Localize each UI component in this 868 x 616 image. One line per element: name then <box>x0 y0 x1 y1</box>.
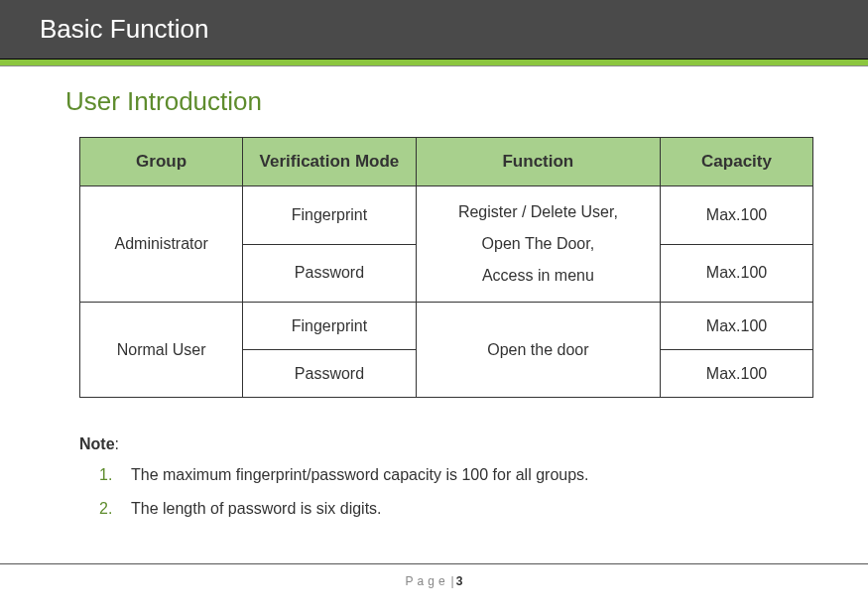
cell-admin-v1: Fingerprint <box>243 186 416 245</box>
note-item: The length of password is six digits. <box>121 497 808 521</box>
page-header: Basic Function <box>0 0 868 59</box>
table-row: Normal User Fingerprint Open the door Ma… <box>80 303 813 350</box>
th-group: Group <box>80 138 243 186</box>
cell-admin-func: Register / Delete User,Open The Door,Acc… <box>416 186 660 303</box>
section-title: User Introduction <box>60 86 808 117</box>
cell-normal-v1: Fingerprint <box>243 303 416 350</box>
page-title: Basic Function <box>40 14 209 44</box>
table-row: Administrator Fingerprint Register / Del… <box>80 186 813 245</box>
th-function: Function <box>416 138 660 186</box>
cell-normal-v2: Password <box>243 350 416 398</box>
content-area: User Introduction Group Verification Mod… <box>0 66 868 521</box>
cell-normal-func: Open the door <box>416 303 660 398</box>
note-colon: : <box>115 435 119 452</box>
page-footer: Page|3 <box>0 563 868 588</box>
note-label: Note <box>79 435 115 452</box>
cell-admin-cap2: Max.100 <box>661 244 813 303</box>
accent-strip <box>0 59 868 66</box>
footer-page-word: Page <box>406 574 449 588</box>
notes-list: The maximum fingerprint/password capacit… <box>79 463 808 521</box>
cell-normal-cap1: Max.100 <box>661 303 813 350</box>
table-header-row: Group Verification Mode Function Capacit… <box>80 138 813 186</box>
cell-admin-group: Administrator <box>80 186 243 303</box>
footer-separator: | <box>451 574 454 588</box>
footer-page-num: 3 <box>456 574 463 588</box>
user-intro-table: Group Verification Mode Function Capacit… <box>79 137 813 398</box>
th-verification: Verification Mode <box>243 138 416 186</box>
cell-admin-cap1: Max.100 <box>661 186 813 245</box>
cell-admin-v2: Password <box>243 244 416 303</box>
cell-normal-group: Normal User <box>80 303 243 398</box>
cell-normal-cap2: Max.100 <box>661 350 813 398</box>
note-block: Note: The maximum fingerprint/password c… <box>79 435 808 521</box>
th-capacity: Capacity <box>661 138 813 186</box>
note-item: The maximum fingerprint/password capacit… <box>121 463 808 487</box>
